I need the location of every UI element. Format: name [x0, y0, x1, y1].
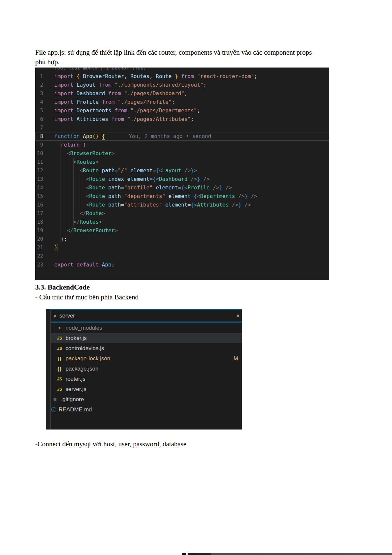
line-number: 22: [35, 252, 43, 261]
code-line: 7: [35, 124, 329, 132]
file-name: package-lock.json: [65, 355, 110, 362]
vscode-editor-screenshot: You, last month | 1 author (You) 1import…: [35, 68, 329, 280]
code-line: 3import Dashboard from "./pages/Dashboar…: [35, 89, 329, 98]
code-line: 5import Departments from "./pages/Depart…: [35, 106, 329, 115]
file-name: controldevice.js: [65, 345, 104, 352]
js-file-icon: JS: [56, 377, 63, 381]
git-modified-badge: M: [234, 356, 238, 362]
line-number: 8: [35, 132, 43, 141]
line-number: 21: [35, 243, 43, 252]
line-number: 13: [35, 175, 43, 183]
gitignore-icon: ≡: [51, 396, 59, 403]
code-line: 17 </Route>: [35, 209, 329, 218]
intro-paragraph: File app.js: sử dụng để thiết lập link đ…: [35, 48, 338, 67]
code-line: 19 </BrowserRouter>: [35, 226, 329, 235]
code-line: 14 <Route path="profile" element={<Profi…: [35, 183, 329, 192]
code-line: 18 </Routes>: [35, 218, 329, 226]
file-name: README.md: [59, 406, 92, 413]
code-line: 23export default App;: [35, 261, 329, 269]
indent-guide: [61, 141, 61, 243]
line-number: 12: [35, 166, 43, 175]
explorer-file-row: {}package-lock.jsonM: [51, 353, 242, 364]
code-line: 12 <Route path="/" element={<Layout />}>: [35, 166, 329, 175]
js-file-icon: JS: [56, 346, 63, 351]
file-name: router.js: [65, 376, 85, 382]
file-name: node_modules: [65, 325, 102, 331]
section-heading: 3.3. BackendCode: [35, 283, 90, 291]
js-file-icon: JS: [56, 387, 63, 392]
code-line: 4import Profile from "./pages/Profile";: [35, 98, 329, 106]
code-line: 9 return (: [35, 141, 329, 149]
code-line: 22: [35, 252, 329, 261]
bottom-note: -Connect đến mysql với host, user, passw…: [35, 440, 186, 448]
explorer-folder-server: ∨ server: [51, 310, 242, 321]
document-page: File app.js: sử dụng để thiết lập link đ…: [0, 0, 392, 555]
chevron-right-icon: >: [56, 325, 63, 331]
indent-guide: [67, 149, 67, 235]
git-blame-top-annotation: You, last month | 1 author (You): [35, 68, 329, 72]
code-line: 13 <Route index element={<Dashboard />} …: [35, 175, 329, 183]
line-number: 11: [35, 158, 43, 166]
intro-line-2: phù hợp.: [35, 58, 60, 66]
code-line: 20 );: [35, 235, 329, 243]
explorer-file-row: JScontroldevice.js: [51, 343, 242, 353]
line-number: 7: [35, 124, 43, 132]
explorer-file-row: JSrouter.js: [51, 374, 242, 384]
code-line: 15 <Route path="departments" element={<D…: [35, 192, 329, 201]
readme-info-icon: i: [51, 407, 56, 412]
line-number: 18: [35, 218, 43, 226]
explorer-left-strip: [46, 309, 51, 430]
code-line: 8function App() {You, 2 months ago • sec…: [35, 132, 329, 141]
explorer-file-row: JSbroker.js: [51, 333, 242, 343]
json-file-icon: {}: [56, 366, 63, 372]
line-number: 16: [35, 201, 43, 209]
line-number: 9: [35, 141, 43, 149]
line-number: 4: [35, 98, 43, 106]
next-screenshot-sliver: [182, 553, 392, 555]
indent-guide: [73, 158, 74, 226]
focus-border-top: [51, 309, 242, 310]
explorer-folder-row: >node_modules: [51, 323, 242, 333]
file-name: .gitignore: [61, 396, 84, 403]
indent-guide: [80, 166, 80, 218]
file-name: broker.js: [65, 335, 87, 342]
line-number: 14: [35, 183, 43, 192]
json-file-icon: {}: [56, 356, 63, 361]
code-line: 1import { BrowserRouter, Routes, Route }…: [35, 72, 329, 81]
tree-indent-guide: [55, 323, 55, 404]
line-number: 5: [35, 106, 43, 115]
explorer-file-row: ≡.gitignore: [51, 394, 242, 404]
line-number: 23: [35, 261, 43, 269]
js-file-icon: JS: [56, 336, 63, 341]
line-number: 15: [35, 192, 43, 201]
chevron-down-icon: ∨: [53, 314, 57, 319]
git-blame-inline-annotation: You, 2 months ago • second: [129, 133, 211, 139]
code-line: 6import Attributes from "./pages/Attribu…: [35, 115, 329, 124]
line-number: 3: [35, 89, 43, 98]
line-number: 19: [35, 226, 43, 235]
code-lines: 1import { BrowserRouter, Routes, Route }…: [35, 72, 329, 269]
explorer-file-row: iREADME.md: [51, 404, 242, 415]
line-number: 1: [35, 72, 43, 81]
explorer-file-row: JSserver.js: [51, 384, 242, 394]
file-name: package.json: [65, 366, 98, 372]
code-line: 16 <Route path="attributes" element={<At…: [35, 201, 329, 209]
line-number: 17: [35, 209, 43, 218]
code-line: 21}: [35, 243, 329, 252]
folder-name: server: [60, 313, 75, 319]
line-number: 2: [35, 81, 43, 89]
line-number: 6: [35, 115, 43, 124]
line-number: 10: [35, 149, 43, 158]
intro-line-1: File app.js: sử dụng để thiết lập link đ…: [35, 48, 312, 56]
file-name: server.js: [65, 386, 86, 393]
section-subtext: - Cấu trúc thư mục bên phía Backend: [35, 293, 139, 301]
focus-border-bottom: [51, 321, 242, 323]
explorer-file-row: {}package.json: [51, 364, 242, 374]
code-line: 2import Layout from "./components/shared…: [35, 81, 329, 89]
explorer-file-list: >node_modulesJSbroker.jsJScontroldevice.…: [51, 323, 242, 415]
vscode-explorer-screenshot: ∨ server >node_modulesJSbroker.jsJScontr…: [46, 309, 242, 430]
line-number: 20: [35, 235, 43, 243]
code-line: 11 <Routes>: [35, 158, 329, 166]
modified-dot: [237, 315, 239, 317]
code-line: 10 <BrowserRouter>: [35, 149, 329, 158]
